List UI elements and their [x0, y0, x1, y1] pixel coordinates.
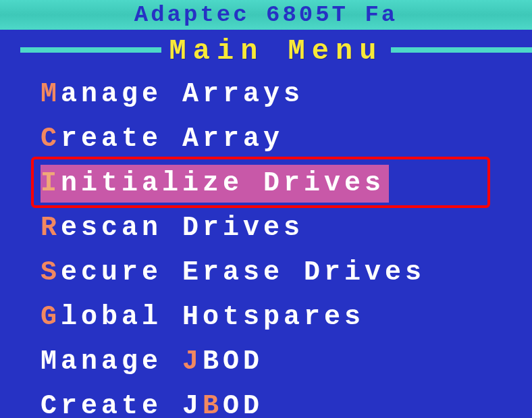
divider-left — [20, 47, 161, 53]
menu-item-pre: Create J — [41, 391, 203, 418]
hotkey: M — [41, 79, 61, 109]
header-bar: Adaptec 6805T Fa — [0, 0, 532, 30]
menu-item-manage-arrays[interactable]: Manage Arrays — [41, 76, 505, 113]
menu-items: Manage Arrays Create Array Initialize Dr… — [0, 68, 532, 418]
divider-right — [391, 47, 532, 53]
menu-item-label: OD — [223, 391, 263, 418]
menu-item-label: ecure Erase Drives — [61, 257, 425, 288]
header-title: Adaptec 6805T Fa — [134, 2, 398, 28]
menu-item-label: escan Drives — [61, 213, 304, 243]
menu-item-label: BOD — [203, 346, 263, 377]
menu-item-label: nitialize Drives — [61, 168, 385, 199]
menu-item-pre: Manage — [41, 346, 182, 377]
hotkey: G — [41, 302, 61, 332]
menu-item-label: lobal Hotspares — [61, 302, 365, 332]
menu-item-label: anage Arrays — [61, 79, 304, 109]
menu-title-row: Main Menu — [0, 35, 532, 68]
hotkey: R — [41, 213, 61, 243]
hotkey: C — [41, 124, 61, 154]
menu-item-global-hotspares[interactable]: Global Hotspares — [41, 298, 505, 336]
hotkey: B — [203, 391, 223, 418]
hotkey: J — [182, 346, 203, 377]
main-menu: Main Menu Manage Arrays Create Array Ini… — [0, 35, 532, 418]
menu-item-secure-erase-drives[interactable]: Secure Erase Drives — [41, 254, 505, 292]
menu-item-create-jbod[interactable]: Create JBOD — [41, 388, 505, 418]
menu-item-rescan-drives[interactable]: Rescan Drives — [41, 209, 505, 247]
menu-title: Main Menu — [169, 35, 383, 68]
menu-item-create-array[interactable]: Create Array — [41, 120, 505, 158]
hotkey: I — [41, 168, 61, 199]
hotkey: S — [41, 257, 61, 288]
menu-item-manage-jbod[interactable]: Manage JBOD — [41, 343, 505, 381]
menu-item-initialize-drives[interactable]: Initialize Drives — [41, 165, 389, 203]
menu-item-label: reate Array — [61, 124, 284, 154]
